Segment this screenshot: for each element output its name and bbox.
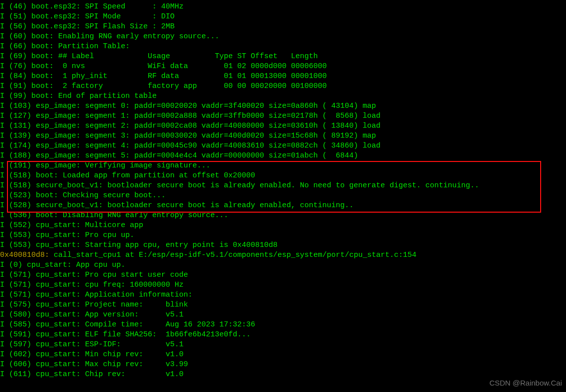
- log-line: I (127) esp_image: segment 1: paddr=0002…: [0, 111, 566, 121]
- log-line: I (191) esp_image: Verifying image signa…: [0, 161, 566, 171]
- terminal-output[interactable]: I (46) boot.esp32: SPI Speed : 40MHzI (5…: [0, 0, 566, 380]
- log-line: I (591) cpu_start: ELF file SHA256: 1b66…: [0, 330, 566, 340]
- log-line: I (606) cpu_start: Max chip rev: v3.99: [0, 360, 566, 370]
- address-detail: call_start_cpu1 at E:/esp/esp-idf-v5.1/c…: [54, 251, 416, 259]
- log-line: I (51) boot.esp32: SPI Mode : DIO: [0, 12, 566, 22]
- log-line: I (585) cpu_start: Compile time: Aug 16 …: [0, 320, 566, 330]
- log-line: I (597) cpu_start: ESP-IDF: v5.1: [0, 340, 566, 350]
- log-line: I (91) boot: 2 factory factory app 00 00…: [0, 81, 566, 91]
- log-line: I (188) esp_image: segment 5: paddr=0004…: [0, 151, 566, 161]
- log-line: I (60) boot: Enabling RNG early entropy …: [0, 32, 566, 42]
- log-line: I (611) cpu_start: Chip rev: v1.0: [0, 370, 566, 380]
- log-line: I (518) secure_boot_v1: bootloader secur…: [0, 181, 566, 191]
- log-line: I (571) cpu_start: Application informati…: [0, 290, 566, 300]
- log-line: I (69) boot: ## Label Usage Type ST Offs…: [0, 52, 566, 62]
- log-line: I (553) cpu_start: Starting app cpu, ent…: [0, 240, 566, 250]
- log-line: I (0) cpu_start: App cpu up.: [0, 260, 566, 270]
- log-line: I (139) esp_image: segment 3: paddr=0003…: [0, 131, 566, 141]
- log-line: I (66) boot: Partition Table:: [0, 42, 566, 52]
- log-line: I (76) boot: 0 nvs WiFi data 01 02 0000d…: [0, 62, 566, 72]
- address-token: 0x400810d8:: [0, 251, 54, 259]
- watermark-text: CSDN @Rainbow.Cai: [489, 378, 562, 388]
- log-line: I (131) esp_image: segment 2: paddr=0002…: [0, 121, 566, 131]
- log-line: I (571) cpu_start: cpu freq: 160000000 H…: [0, 280, 566, 290]
- log-line: I (528) secure_boot_v1: bootloader secur…: [0, 201, 566, 211]
- log-line: I (518) boot: Loaded app from partition …: [0, 171, 566, 181]
- log-line: I (552) cpu_start: Multicore app: [0, 221, 566, 231]
- log-line: I (99) boot: End of partition table: [0, 91, 566, 101]
- log-line: I (536) boot: Disabling RNG early entrop…: [0, 211, 566, 221]
- log-line: I (553) cpu_start: Pro cpu up.: [0, 231, 566, 240]
- log-line: I (56) boot.esp32: SPI Flash Size : 2MB: [0, 22, 566, 32]
- log-line: 0x400810d8: call_start_cpu1 at E:/esp/es…: [0, 250, 566, 260]
- log-line: I (602) cpu_start: Min chip rev: v1.0: [0, 350, 566, 360]
- log-line: I (84) boot: 1 phy_init RF data 01 01 00…: [0, 72, 566, 81]
- log-line: I (571) cpu_start: Pro cpu start user co…: [0, 270, 566, 280]
- log-line: I (174) esp_image: segment 4: paddr=0004…: [0, 141, 566, 151]
- log-line: I (580) cpu_start: App version: v5.1: [0, 310, 566, 320]
- log-line: I (523) boot: Checking secure boot...: [0, 191, 566, 201]
- log-line: I (103) esp_image: segment 0: paddr=0002…: [0, 101, 566, 111]
- log-line: I (575) cpu_start: Project name: blink: [0, 300, 566, 310]
- log-line: I (46) boot.esp32: SPI Speed : 40MHz: [0, 2, 566, 12]
